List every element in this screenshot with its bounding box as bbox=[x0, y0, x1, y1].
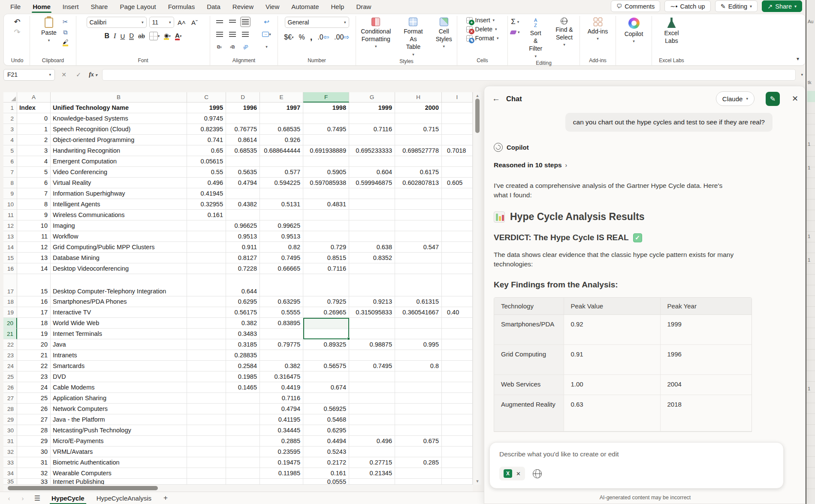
row-header-3[interactable]: 3 bbox=[3, 124, 17, 135]
cell-B3[interactable]: Speech Recognition (Cloud) bbox=[51, 124, 187, 135]
cell-I21[interactable] bbox=[442, 329, 473, 339]
conditional-formatting-button[interactable]: Conditional Formatting▾ bbox=[357, 17, 394, 49]
sheet-tab-hypecycle[interactable]: HypeCycle bbox=[46, 493, 90, 503]
cell-E17[interactable] bbox=[260, 274, 303, 296]
cell-C22[interactable] bbox=[187, 339, 226, 350]
cell-F14[interactable]: 0.729 bbox=[303, 242, 349, 253]
cell-A15[interactable]: 13 bbox=[17, 253, 51, 263]
cell-A7[interactable]: 5 bbox=[17, 167, 51, 178]
cell-B34[interactable]: Wearable Computers bbox=[51, 468, 187, 479]
cell-D32[interactable] bbox=[226, 447, 260, 457]
cell-A10[interactable]: 8 bbox=[17, 199, 51, 210]
cell-D11[interactable] bbox=[226, 210, 260, 220]
cell-E27[interactable]: 0.7116 bbox=[260, 393, 303, 404]
cell-H2[interactable] bbox=[395, 113, 442, 124]
redo-button[interactable]: ↷ bbox=[12, 27, 22, 37]
double-underline-button[interactable]: D bbox=[129, 32, 134, 40]
cell-H4[interactable] bbox=[395, 135, 442, 145]
cell-G7[interactable]: 0.604 bbox=[349, 167, 395, 178]
row-header-13[interactable]: 13 bbox=[3, 231, 17, 242]
horizontal-scrollbar[interactable] bbox=[3, 485, 473, 492]
cell-F13[interactable] bbox=[303, 231, 349, 242]
cell-F22[interactable]: 0.89325 bbox=[303, 339, 349, 350]
cell-G16[interactable] bbox=[349, 263, 395, 274]
cell-I29[interactable] bbox=[442, 414, 473, 425]
cell-A6[interactable]: 4 bbox=[17, 156, 51, 167]
cell-A33[interactable]: 31 bbox=[17, 457, 51, 468]
select-all-corner[interactable] bbox=[3, 92, 17, 103]
cell-A2[interactable]: 0 bbox=[17, 113, 51, 124]
cell-H22[interactable]: 0.995 bbox=[395, 339, 442, 350]
cell-C6[interactable]: 0.05615 bbox=[187, 156, 226, 167]
new-chat-button[interactable]: ✎ bbox=[766, 92, 780, 106]
ribbon-tab-formulas[interactable]: Formulas bbox=[162, 1, 201, 12]
align-left-icon[interactable] bbox=[214, 29, 225, 39]
collapse-ribbon-icon[interactable]: ▾ bbox=[797, 56, 799, 62]
cell-A9[interactable]: 7 bbox=[17, 188, 51, 199]
cell-E18[interactable]: 0.63295 bbox=[260, 296, 303, 307]
cell-G8[interactable]: 0.599946875 bbox=[349, 178, 395, 188]
cell-E4[interactable]: 0.926 bbox=[260, 135, 303, 145]
row-header-24[interactable]: 24 bbox=[3, 361, 17, 371]
cell-H12[interactable] bbox=[395, 220, 442, 231]
cell-E34[interactable]: 0.11985 bbox=[260, 468, 303, 479]
name-box[interactable]: F21▾ bbox=[3, 69, 55, 81]
cell-C19[interactable] bbox=[187, 307, 226, 318]
cell-B2[interactable]: Knowledge-based Systems bbox=[51, 113, 187, 124]
ribbon-tab-review[interactable]: Review bbox=[226, 1, 260, 12]
cell-D29[interactable] bbox=[226, 414, 260, 425]
cell-I17[interactable] bbox=[442, 274, 473, 296]
cell-C1[interactable]: 1995 bbox=[187, 103, 226, 113]
cell-G35[interactable] bbox=[349, 479, 395, 485]
cell-A12[interactable]: 10 bbox=[17, 220, 51, 231]
cell-B13[interactable]: Workflow bbox=[51, 231, 187, 242]
cell-E30[interactable]: 0.34445 bbox=[260, 425, 303, 436]
cell-F12[interactable] bbox=[303, 220, 349, 231]
row-header-9[interactable]: 9 bbox=[3, 188, 17, 199]
cell-D21[interactable]: 0.3483 bbox=[226, 329, 260, 339]
strikethrough-button[interactable]: ab bbox=[138, 33, 145, 39]
cell-B8[interactable]: Virtual Reality bbox=[51, 178, 187, 188]
cell-C33[interactable] bbox=[187, 457, 226, 468]
horizontal-scroll-thumb[interactable] bbox=[8, 486, 158, 490]
cell-C3[interactable]: 0.82395 bbox=[187, 124, 226, 135]
cell-G3[interactable]: 0.7116 bbox=[349, 124, 395, 135]
cell-E33[interactable]: 0.19475 bbox=[260, 457, 303, 468]
find-select-button[interactable]: Find & Select▾ bbox=[552, 17, 577, 48]
catch-up-button[interactable]: ∼•Catch up bbox=[664, 0, 710, 12]
cell-A4[interactable]: 2 bbox=[17, 135, 51, 145]
cell-D34[interactable] bbox=[226, 468, 260, 479]
cell-I26[interactable] bbox=[442, 382, 473, 393]
cell-C32[interactable] bbox=[187, 447, 226, 457]
cell-F10[interactable]: 0.4831 bbox=[303, 199, 349, 210]
column-header-A[interactable]: A bbox=[17, 92, 51, 103]
workbook-context-chip[interactable]: X ✕ bbox=[499, 467, 525, 480]
cell-G21[interactable] bbox=[349, 329, 395, 339]
cell-F7[interactable]: 0.5905 bbox=[303, 167, 349, 178]
cell-E25[interactable]: 0.316475 bbox=[260, 371, 303, 382]
row-header-15[interactable]: 15 bbox=[3, 253, 17, 263]
cell-G27[interactable] bbox=[349, 393, 395, 404]
cell-F20[interactable] bbox=[303, 318, 349, 329]
cell-E24[interactable]: 0.382 bbox=[260, 361, 303, 371]
cell-E20[interactable]: 0.83895 bbox=[260, 318, 303, 329]
cell-A8[interactable]: 6 bbox=[17, 178, 51, 188]
formula-input[interactable] bbox=[102, 69, 796, 81]
cell-A17[interactable]: 15 bbox=[17, 274, 51, 296]
row-header-16[interactable]: 16 bbox=[3, 263, 17, 274]
cell-A18[interactable]: 16 bbox=[17, 296, 51, 307]
row-header-30[interactable]: 30 bbox=[3, 425, 17, 436]
cell-E3[interactable]: 0.68535 bbox=[260, 124, 303, 135]
cell-D30[interactable] bbox=[226, 425, 260, 436]
cell-D16[interactable]: 0.7228 bbox=[226, 263, 260, 274]
cell-H13[interactable] bbox=[395, 231, 442, 242]
cell-D6[interactable] bbox=[226, 156, 260, 167]
cell-C4[interactable]: 0.741 bbox=[187, 135, 226, 145]
cell-G6[interactable] bbox=[349, 156, 395, 167]
cell-A22[interactable]: 20 bbox=[17, 339, 51, 350]
cell-A34[interactable]: 32 bbox=[17, 468, 51, 479]
cell-D31[interactable] bbox=[226, 436, 260, 447]
cell-I5[interactable]: 0.7018 bbox=[442, 145, 473, 156]
cell-E13[interactable]: 0.9513 bbox=[260, 231, 303, 242]
cell-C34[interactable] bbox=[187, 468, 226, 479]
